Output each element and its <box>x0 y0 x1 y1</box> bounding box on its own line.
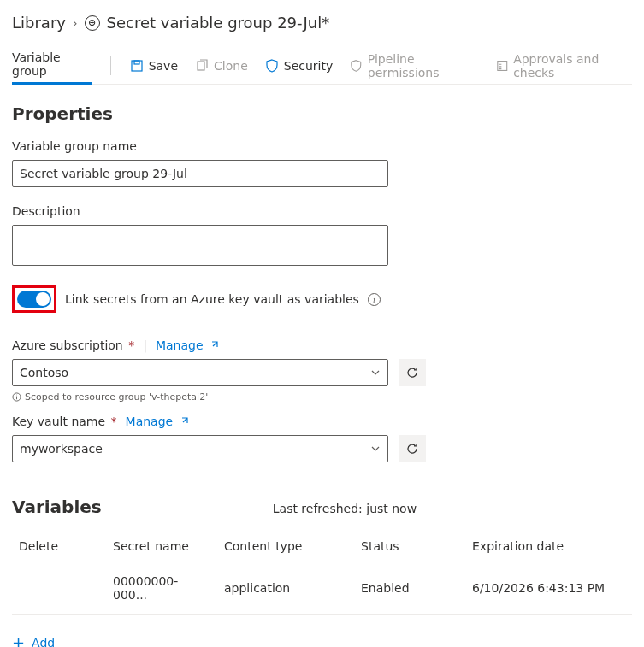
link-secrets-toggle[interactable] <box>17 291 51 308</box>
manage-subscription-link[interactable]: Manage <box>156 338 219 352</box>
table-row[interactable]: 00000000-000... application Enabled 6/10… <box>12 562 632 615</box>
subscription-label: Azure subscription <box>12 338 123 352</box>
cell-status: Enabled <box>354 562 465 615</box>
refresh-icon <box>405 442 419 456</box>
field-subscription: Azure subscription * | Manage Contoso Sc… <box>12 338 632 403</box>
manage-keyvault-link[interactable]: Manage <box>126 415 189 428</box>
field-keyvault: Key vault name * Manage myworkspace <box>12 415 632 462</box>
refresh-keyvault-button[interactable] <box>399 435 426 462</box>
save-button[interactable]: Save <box>130 59 178 73</box>
clone-icon <box>195 59 209 73</box>
page-title: Secret variable group 29-Jul* <box>107 14 330 32</box>
refresh-icon <box>405 366 419 379</box>
add-button[interactable]: + Add <box>12 633 632 647</box>
cell-delete <box>12 562 106 615</box>
refresh-subscription-button[interactable] <box>399 359 426 386</box>
info-icon[interactable]: i <box>368 293 381 306</box>
divider <box>110 56 111 75</box>
checklist-icon <box>496 59 509 73</box>
security-button[interactable]: Security <box>265 59 334 73</box>
col-status: Status <box>354 531 465 562</box>
name-label: Variable group name <box>12 139 632 153</box>
shield-icon <box>265 59 279 73</box>
col-expiration: Expiration date <box>465 531 632 562</box>
breadcrumb: Library › ⊕ Secret variable group 29-Jul… <box>12 14 632 32</box>
info-small-icon <box>12 392 21 402</box>
name-input[interactable] <box>12 160 388 187</box>
col-delete: Delete <box>12 531 106 562</box>
subscription-select[interactable]: Contoso <box>12 359 388 386</box>
link-secrets-row: Link secrets from an Azure key vault as … <box>12 285 632 313</box>
svg-rect-0 <box>132 61 142 71</box>
svg-rect-3 <box>497 61 506 70</box>
properties-heading: Properties <box>12 103 632 124</box>
description-input[interactable] <box>12 225 388 266</box>
link-secrets-label: Link secrets from an Azure key vault as … <box>65 292 359 306</box>
svg-rect-2 <box>198 62 204 70</box>
pipeline-permissions-button[interactable]: Pipeline permissions <box>350 52 478 79</box>
breadcrumb-root[interactable]: Library <box>12 14 66 32</box>
toolbar: Variable group Save Clone Security Pipel… <box>12 47 632 85</box>
field-name: Variable group name <box>12 139 632 187</box>
save-icon <box>130 59 144 73</box>
description-label: Description <box>12 204 632 218</box>
cell-expiration: 6/10/2026 6:43:13 PM <box>465 562 632 615</box>
cell-secret: 00000000-000... <box>106 562 217 615</box>
col-content: Content type <box>217 531 354 562</box>
keyvault-label: Key vault name <box>12 415 105 428</box>
cell-content: application <box>217 562 354 615</box>
variables-table: Delete Secret name Content type Status E… <box>12 531 632 615</box>
shield-outline-icon <box>350 59 363 73</box>
variables-heading: Variables <box>12 497 102 517</box>
external-link-icon <box>179 416 189 426</box>
svg-rect-1 <box>134 61 139 64</box>
last-refreshed: Last refreshed: just now <box>273 502 417 515</box>
highlight-box <box>12 285 56 313</box>
plus-icon: + <box>12 633 25 647</box>
external-link-icon <box>209 340 219 350</box>
approvals-button[interactable]: Approvals and checks <box>496 52 632 79</box>
scope-hint: Scoped to resource group 'v-thepetai2' <box>12 391 632 403</box>
col-secret: Secret name <box>106 531 217 562</box>
tab-variable-group[interactable]: Variable group <box>12 47 92 85</box>
keyvault-select[interactable]: myworkspace <box>12 435 388 462</box>
variables-header: Variables Last refreshed: just now <box>12 497 632 517</box>
field-description: Description <box>12 204 632 268</box>
clone-button[interactable]: Clone <box>195 59 248 73</box>
chevron-right-icon: › <box>73 16 78 30</box>
variable-group-icon: ⊕ <box>85 15 100 31</box>
